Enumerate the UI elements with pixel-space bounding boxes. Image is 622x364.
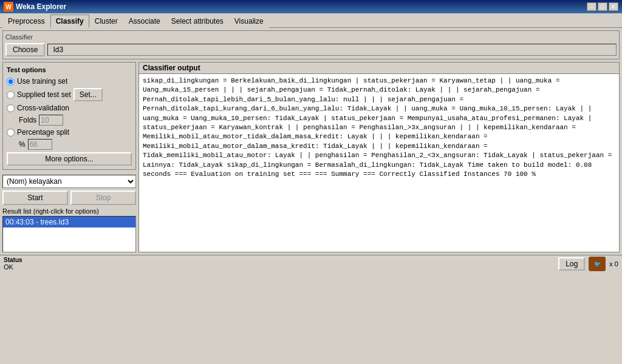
x-count: x 0 [609, 260, 618, 268]
classifier-row: Choose Id3 [5, 43, 617, 56]
title-bar-buttons[interactable]: ─ □ ✕ [587, 2, 618, 11]
result-list-label: Result list (right-click for options) [2, 207, 136, 215]
start-button[interactable]: Start [2, 190, 68, 205]
test-options-box: Test options Use training set Supplied t… [2, 62, 136, 170]
folds-label: Folds [19, 116, 36, 124]
percent-input[interactable] [28, 139, 52, 150]
supplied-test-set-label[interactable]: Supplied test set [17, 90, 71, 99]
test-options-title: Test options [7, 66, 132, 73]
supplied-test-set-row: Supplied test set Set... [7, 88, 132, 101]
menu-bar: Preprocess Classify Cluster Associate Se… [0, 13, 622, 28]
set-button[interactable]: Set... [73, 88, 103, 101]
use-training-set-radio[interactable] [7, 78, 15, 86]
status-label: Status [4, 257, 22, 263]
choose-button[interactable]: Choose [5, 43, 45, 56]
app-icon: W [4, 2, 13, 12]
tab-cluster[interactable]: Cluster [89, 15, 123, 28]
weka-icon: 🐦 [589, 257, 606, 271]
class-dropdown[interactable]: (Nom) kelayakan [2, 175, 136, 188]
output-area[interactable]: sikap_di_lingkungan = Berkelakuan_baik_d… [139, 74, 619, 252]
status-left: Status OK [4, 257, 22, 271]
use-training-set-row: Use training set [7, 77, 132, 86]
percent-symbol: % [19, 140, 26, 149]
classifier-name-display: Id3 [47, 44, 617, 56]
title-bar-left: W Weka Explorer [4, 2, 66, 12]
title-bar: W Weka Explorer ─ □ ✕ [0, 0, 622, 13]
action-row: Start Stop [2, 190, 136, 205]
tab-associate[interactable]: Associate [123, 15, 166, 28]
minimize-button[interactable]: ─ [587, 2, 596, 11]
test-options-group: Use training set Supplied test set Set..… [7, 77, 132, 150]
result-list-item[interactable]: 00:43:03 - trees.Id3 [3, 217, 135, 228]
folds-row: Folds [19, 115, 132, 126]
maximize-button[interactable]: □ [598, 2, 607, 11]
percentage-split-row: Percentage split [7, 128, 132, 136]
close-button[interactable]: ✕ [609, 2, 618, 11]
cross-validation-label[interactable]: Cross-validation [17, 104, 69, 112]
window-title: Weka Explorer [16, 2, 66, 11]
tab-select-attributes[interactable]: Select attributes [166, 15, 229, 28]
percentage-split-radio[interactable] [7, 129, 15, 136]
output-title: Classifier output [139, 62, 619, 74]
body-area: Test options Use training set Supplied t… [2, 62, 620, 252]
log-button[interactable]: Log [558, 257, 585, 271]
tab-visualize[interactable]: Visualize [229, 15, 269, 28]
cross-validation-radio[interactable] [7, 104, 15, 112]
stop-button[interactable]: Stop [70, 190, 136, 205]
right-panel: Classifier output sikap_di_lingkungan = … [138, 62, 620, 252]
result-list: 00:43:03 - trees.Id3 [2, 216, 136, 252]
supplied-test-set-radio[interactable] [7, 91, 15, 99]
classifier-label: Classifier [5, 33, 617, 41]
more-options-button[interactable]: More options... [7, 152, 132, 166]
percentage-split-label[interactable]: Percentage split [17, 128, 69, 136]
tab-preprocess[interactable]: Preprocess [2, 15, 50, 28]
result-list-container: Result list (right-click for options) 00… [2, 207, 136, 252]
status-value: OK [4, 263, 22, 271]
use-training-set-label[interactable]: Use training set [17, 77, 67, 86]
cross-validation-row: Cross-validation [7, 104, 132, 112]
left-panel: Test options Use training set Supplied t… [2, 62, 136, 252]
tab-classify[interactable]: Classify [50, 15, 89, 28]
status-bar: Status OK Log 🐦 x 0 [0, 255, 622, 272]
classifier-section: Classifier Choose Id3 [2, 30, 620, 59]
status-right: Log 🐦 x 0 [558, 257, 618, 271]
dropdown-container: (Nom) kelayakan [2, 172, 136, 188]
percent-row: % [19, 139, 132, 150]
folds-input[interactable] [39, 115, 63, 126]
